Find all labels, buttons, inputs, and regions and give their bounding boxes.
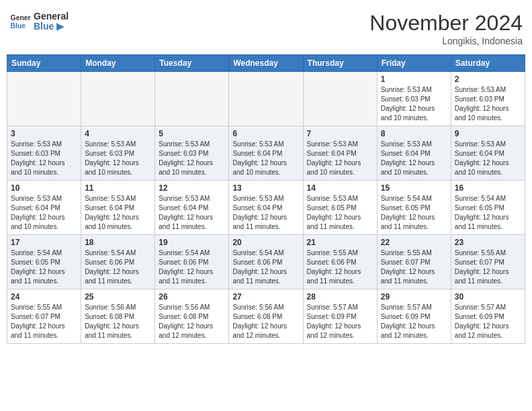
day-number: 1 [381,75,447,84]
svg-text:Blue: Blue [11,22,26,30]
day-number: 10 [11,183,77,193]
calendar-cell-1: 1Sunrise: 5:53 AMSunset: 6:03 PMDaylight… [377,72,451,126]
day-number: 17 [11,238,77,247]
day-info: Sunrise: 5:55 AMSunset: 6:07 PMDaylight:… [11,303,77,340]
calendar-table: SundayMondayTuesdayWednesdayThursdayFrid… [7,54,525,344]
calendar-cell-25: 25Sunrise: 5:56 AMSunset: 6:08 PMDayligh… [81,289,155,344]
calendar-cell-18: 18Sunrise: 5:54 AMSunset: 6:06 PMDayligh… [81,235,155,289]
calendar-cell-14: 14Sunrise: 5:53 AMSunset: 6:05 PMDayligh… [303,181,377,235]
calendar-cell-29: 29Sunrise: 5:57 AMSunset: 6:09 PMDayligh… [377,289,451,344]
day-info: Sunrise: 5:53 AMSunset: 6:04 PMDaylight:… [381,140,447,177]
day-info: Sunrise: 5:53 AMSunset: 6:03 PMDaylight:… [85,140,151,177]
day-info: Sunrise: 5:54 AMSunset: 6:05 PMDaylight:… [381,194,447,232]
day-number: 3 [11,129,77,138]
day-info: Sunrise: 5:56 AMSunset: 6:08 PMDaylight:… [232,303,299,340]
calendar-cell-12: 12Sunrise: 5:53 AMSunset: 6:04 PMDayligh… [155,181,229,235]
calendar-cell-5: 5Sunrise: 5:53 AMSunset: 6:03 PMDaylight… [155,126,229,181]
calendar-cell-30: 30Sunrise: 5:57 AMSunset: 6:09 PMDayligh… [451,289,525,344]
weekday-header-thursday: Thursday [303,55,377,72]
calendar-cell-empty [155,72,229,126]
calendar-cell-23: 23Sunrise: 5:55 AMSunset: 6:07 PMDayligh… [451,235,525,289]
calendar-cell-24: 24Sunrise: 5:55 AMSunset: 6:07 PMDayligh… [7,289,81,344]
day-info: Sunrise: 5:54 AMSunset: 6:05 PMDaylight:… [11,248,77,286]
svg-text:General: General [11,14,31,21]
calendar-cell-6: 6Sunrise: 5:53 AMSunset: 6:04 PMDaylight… [229,126,303,181]
day-number: 11 [85,183,151,193]
weekday-header-tuesday: Tuesday [155,55,229,72]
month-title: November 2024 [369,11,523,36]
day-info: Sunrise: 5:53 AMSunset: 6:03 PMDaylight:… [381,85,447,123]
calendar-cell-10: 10Sunrise: 5:53 AMSunset: 6:04 PMDayligh… [7,181,81,235]
day-info: Sunrise: 5:55 AMSunset: 6:07 PMDaylight:… [455,248,521,286]
day-number: 18 [85,238,151,247]
day-number: 23 [455,238,521,247]
day-number: 15 [381,183,447,193]
calendar-cell-13: 13Sunrise: 5:53 AMSunset: 6:04 PMDayligh… [229,181,303,235]
calendar-cell-empty [229,72,303,126]
weekday-header-wednesday: Wednesday [229,55,303,72]
day-info: Sunrise: 5:53 AMSunset: 6:04 PMDaylight:… [307,140,373,177]
calendar-cell-4: 4Sunrise: 5:53 AMSunset: 6:03 PMDaylight… [81,126,155,181]
day-info: Sunrise: 5:53 AMSunset: 6:04 PMDaylight:… [11,194,77,232]
calendar-cell-11: 11Sunrise: 5:53 AMSunset: 6:04 PMDayligh… [81,181,155,235]
day-number: 14 [307,183,373,193]
weekday-header-row: SundayMondayTuesdayWednesdayThursdayFrid… [7,55,525,72]
day-number: 12 [159,183,225,193]
day-number: 6 [232,129,299,138]
location: Longikis, Indonesia [369,36,523,46]
day-info: Sunrise: 5:53 AMSunset: 6:04 PMDaylight:… [232,140,299,177]
day-info: Sunrise: 5:56 AMSunset: 6:08 PMDaylight:… [85,303,151,340]
day-number: 16 [455,183,521,193]
day-number: 26 [159,292,225,302]
day-info: Sunrise: 5:53 AMSunset: 6:03 PMDaylight:… [455,85,521,123]
day-info: Sunrise: 5:53 AMSunset: 6:04 PMDaylight:… [232,194,299,232]
calendar-cell-empty [81,72,155,126]
logo: General Blue General Blue ▶ [9,11,69,32]
calendar-cell-22: 22Sunrise: 5:55 AMSunset: 6:07 PMDayligh… [377,235,451,289]
calendar-cell-21: 21Sunrise: 5:55 AMSunset: 6:06 PMDayligh… [303,235,377,289]
day-info: Sunrise: 5:57 AMSunset: 6:09 PMDaylight:… [307,303,373,340]
week-row-5: 24Sunrise: 5:55 AMSunset: 6:07 PMDayligh… [7,289,525,344]
day-number: 8 [381,129,447,138]
day-info: Sunrise: 5:57 AMSunset: 6:09 PMDaylight:… [455,303,521,340]
day-number: 28 [307,292,373,302]
calendar-cell-3: 3Sunrise: 5:53 AMSunset: 6:03 PMDaylight… [7,126,81,181]
page-header: General Blue General Blue ▶ November 202… [7,7,525,50]
weekday-header-monday: Monday [81,55,155,72]
logo-general: General [34,11,69,21]
calendar-cell-19: 19Sunrise: 5:54 AMSunset: 6:06 PMDayligh… [155,235,229,289]
day-info: Sunrise: 5:54 AMSunset: 6:06 PMDaylight:… [85,248,151,286]
day-info: Sunrise: 5:57 AMSunset: 6:09 PMDaylight:… [381,303,447,340]
day-info: Sunrise: 5:55 AMSunset: 6:07 PMDaylight:… [381,248,447,286]
day-number: 25 [85,292,151,302]
day-number: 5 [159,129,225,138]
day-number: 30 [455,292,521,302]
week-row-1: 1Sunrise: 5:53 AMSunset: 6:03 PMDaylight… [7,72,525,126]
weekday-header-sunday: Sunday [7,55,81,72]
day-number: 24 [11,292,77,302]
calendar-cell-28: 28Sunrise: 5:57 AMSunset: 6:09 PMDayligh… [303,289,377,344]
day-number: 2 [455,75,521,84]
day-number: 19 [159,238,225,247]
day-number: 9 [455,129,521,138]
calendar-cell-8: 8Sunrise: 5:53 AMSunset: 6:04 PMDaylight… [377,126,451,181]
weekday-header-saturday: Saturday [451,55,525,72]
day-info: Sunrise: 5:54 AMSunset: 6:06 PMDaylight:… [159,248,225,286]
day-number: 27 [232,292,299,302]
week-row-4: 17Sunrise: 5:54 AMSunset: 6:05 PMDayligh… [7,235,525,289]
calendar-cell-empty [303,72,377,126]
calendar-cell-26: 26Sunrise: 5:56 AMSunset: 6:08 PMDayligh… [155,289,229,344]
day-info: Sunrise: 5:54 AMSunset: 6:06 PMDaylight:… [232,248,299,286]
day-info: Sunrise: 5:55 AMSunset: 6:06 PMDaylight:… [307,248,373,286]
day-info: Sunrise: 5:54 AMSunset: 6:05 PMDaylight:… [455,194,521,232]
calendar-cell-9: 9Sunrise: 5:53 AMSunset: 6:04 PMDaylight… [451,126,525,181]
day-info: Sunrise: 5:53 AMSunset: 6:04 PMDaylight:… [159,194,225,232]
day-number: 29 [381,292,447,302]
calendar-cell-7: 7Sunrise: 5:53 AMSunset: 6:04 PMDaylight… [303,126,377,181]
day-number: 22 [381,238,447,247]
calendar-cell-empty [7,72,81,126]
calendar-cell-17: 17Sunrise: 5:54 AMSunset: 6:05 PMDayligh… [7,235,81,289]
day-number: 4 [85,129,151,138]
day-number: 13 [232,183,299,193]
calendar-cell-27: 27Sunrise: 5:56 AMSunset: 6:08 PMDayligh… [229,289,303,344]
